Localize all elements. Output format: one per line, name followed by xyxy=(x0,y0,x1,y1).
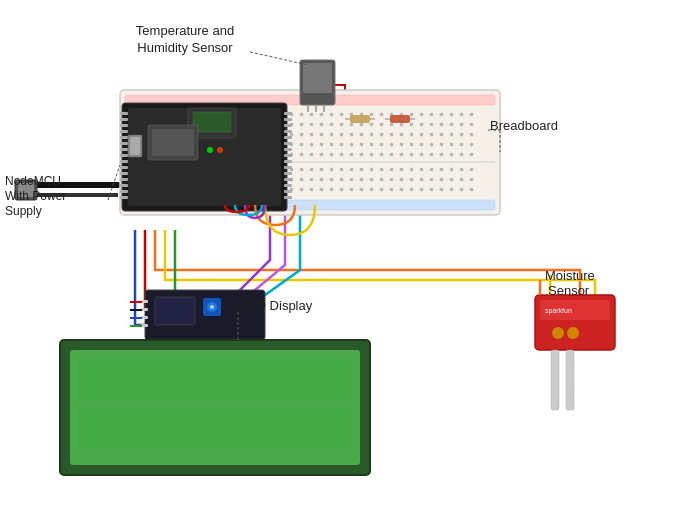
svg-rect-71 xyxy=(430,123,433,126)
svg-rect-235 xyxy=(320,178,323,181)
svg-rect-345 xyxy=(141,316,148,319)
svg-rect-282 xyxy=(440,188,443,191)
svg-rect-309 xyxy=(284,118,292,121)
svg-rect-308 xyxy=(284,112,292,115)
svg-rect-100 xyxy=(370,133,373,136)
svg-rect-109 xyxy=(460,133,463,136)
svg-rect-164 xyxy=(310,153,313,156)
svg-rect-96 xyxy=(330,133,333,136)
svg-rect-273 xyxy=(350,188,353,191)
svg-rect-299 xyxy=(120,148,128,151)
svg-rect-295 xyxy=(120,124,128,127)
svg-text:sparkfun: sparkfun xyxy=(545,307,572,315)
svg-rect-210 xyxy=(420,168,423,171)
svg-rect-208 xyxy=(400,168,403,171)
svg-rect-313 xyxy=(284,142,292,145)
svg-rect-137 xyxy=(390,143,393,146)
svg-rect-307 xyxy=(120,196,128,199)
svg-rect-129 xyxy=(310,143,313,146)
svg-rect-237 xyxy=(340,178,343,181)
svg-point-326 xyxy=(217,147,223,153)
svg-rect-34 xyxy=(410,113,413,116)
svg-rect-206 xyxy=(380,168,383,171)
svg-rect-201 xyxy=(330,168,333,171)
svg-rect-180 xyxy=(470,153,473,156)
svg-text:NodeMCU: NodeMCU xyxy=(5,174,61,188)
svg-rect-214 xyxy=(460,168,463,171)
svg-rect-58 xyxy=(300,123,303,126)
svg-rect-75 xyxy=(470,123,473,126)
svg-rect-314 xyxy=(284,148,292,151)
svg-rect-239 xyxy=(360,178,363,181)
svg-text:Moisture: Moisture xyxy=(545,268,595,283)
svg-rect-242 xyxy=(390,178,393,181)
svg-rect-170 xyxy=(370,153,373,156)
svg-rect-104 xyxy=(410,133,413,136)
svg-rect-317 xyxy=(284,166,292,169)
svg-rect-244 xyxy=(410,178,413,181)
svg-rect-241 xyxy=(380,178,383,181)
svg-rect-211 xyxy=(430,168,433,171)
svg-rect-316 xyxy=(284,160,292,163)
svg-rect-293 xyxy=(120,112,128,115)
svg-rect-234 xyxy=(310,178,313,181)
svg-rect-102 xyxy=(390,133,393,136)
svg-rect-274 xyxy=(360,188,363,191)
svg-rect-38 xyxy=(450,113,453,116)
svg-rect-35 xyxy=(420,113,423,116)
svg-rect-134 xyxy=(360,143,363,146)
svg-rect-198 xyxy=(300,168,303,171)
svg-rect-175 xyxy=(420,153,423,156)
svg-rect-39 xyxy=(460,113,463,116)
svg-rect-59 xyxy=(310,123,313,126)
svg-rect-200 xyxy=(320,168,323,171)
svg-rect-73 xyxy=(450,123,453,126)
svg-rect-163 xyxy=(300,153,303,156)
svg-rect-248 xyxy=(450,178,453,181)
svg-rect-272 xyxy=(340,188,343,191)
svg-rect-243 xyxy=(400,178,403,181)
svg-rect-302 xyxy=(120,166,128,169)
svg-rect-354 xyxy=(78,408,352,448)
svg-rect-209 xyxy=(410,168,413,171)
svg-rect-215 xyxy=(470,168,473,171)
svg-rect-212 xyxy=(440,168,443,171)
svg-rect-140 xyxy=(420,143,423,146)
svg-rect-311 xyxy=(284,130,292,133)
svg-rect-271 xyxy=(330,188,333,191)
svg-rect-203 xyxy=(350,168,353,171)
svg-rect-276 xyxy=(380,188,383,191)
svg-rect-297 xyxy=(120,136,128,139)
svg-rect-312 xyxy=(284,136,292,139)
svg-rect-167 xyxy=(340,153,343,156)
svg-rect-27 xyxy=(340,113,343,116)
svg-rect-279 xyxy=(410,188,413,191)
svg-rect-344 xyxy=(141,308,148,311)
svg-rect-95 xyxy=(320,133,323,136)
svg-rect-322 xyxy=(284,196,292,199)
svg-rect-105 xyxy=(420,133,423,136)
svg-point-358 xyxy=(552,327,564,339)
svg-rect-40 xyxy=(470,113,473,116)
svg-rect-353 xyxy=(78,360,352,400)
svg-rect-144 xyxy=(460,143,463,146)
svg-rect-270 xyxy=(320,188,323,191)
svg-rect-277 xyxy=(390,188,393,191)
svg-rect-136 xyxy=(380,143,383,146)
svg-rect-68 xyxy=(400,123,403,126)
svg-rect-128 xyxy=(300,143,303,146)
svg-rect-246 xyxy=(430,178,433,181)
svg-rect-145 xyxy=(470,143,473,146)
svg-rect-245 xyxy=(420,178,423,181)
svg-rect-283 xyxy=(450,188,453,191)
svg-rect-343 xyxy=(141,300,148,303)
svg-rect-61 xyxy=(330,123,333,126)
svg-rect-130 xyxy=(320,143,323,146)
svg-rect-94 xyxy=(310,133,313,136)
svg-rect-165 xyxy=(320,153,323,156)
svg-rect-205 xyxy=(370,168,373,171)
svg-rect-172 xyxy=(390,153,393,156)
svg-rect-131 xyxy=(330,143,333,146)
svg-rect-138 xyxy=(400,143,403,146)
svg-rect-69 xyxy=(410,123,413,126)
